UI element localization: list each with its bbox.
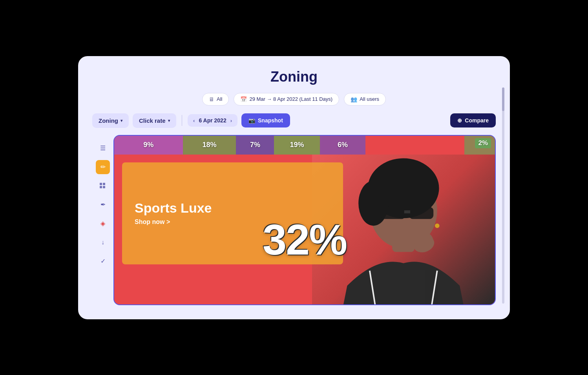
grid-tool-button[interactable] xyxy=(96,179,110,193)
date-current-label: 6 Apr 2022 xyxy=(199,117,226,124)
date-next-button[interactable]: › xyxy=(230,118,232,124)
metric-dropdown-label: Click rate xyxy=(139,117,166,124)
svg-rect-3 xyxy=(103,186,105,188)
chevron-down-icon: ▾ xyxy=(121,118,122,123)
svg-rect-11 xyxy=(404,210,410,213)
plus-circle-icon: ⊕ xyxy=(457,117,462,124)
nav-zones: 9% 18% 7% 19% 6% xyxy=(114,136,495,155)
scrollbar[interactable] xyxy=(502,87,504,304)
check-tool-button[interactable]: ✓ xyxy=(96,254,110,268)
chevron-down-icon-2: ▾ xyxy=(168,118,170,123)
compare-button[interactable]: ⊕ Compare xyxy=(450,113,496,127)
users-icon: 👥 xyxy=(351,96,357,102)
zone-1-pct: 9% xyxy=(143,141,153,149)
website-preview: 9% 18% 7% 19% 6% xyxy=(114,136,495,304)
grid-icon xyxy=(99,182,106,189)
monitor-icon: 🖥 xyxy=(209,96,214,102)
list-tool-button[interactable]: ☰ xyxy=(96,141,110,155)
pen-tool-button[interactable]: ✒ xyxy=(96,198,110,212)
main-card: Zoning 🖥 All 📅 29 Mar → 8 Apr 2022 (Last… xyxy=(78,56,510,319)
toolbar-separator xyxy=(182,115,183,126)
zone-nav-4: 19% xyxy=(274,136,320,155)
zone-nav-2: 18% xyxy=(183,136,236,155)
svg-rect-9 xyxy=(381,207,405,219)
side-tools-panel: ☰ ✏ ✒ ◈ ↓ ✓ xyxy=(92,135,113,305)
svg-rect-10 xyxy=(409,207,434,219)
date-navigator: ‹ 6 Apr 2022 › xyxy=(188,114,237,127)
filter-bar: 🖥 All 📅 29 Mar → 8 Apr 2022 (Last 11 Day… xyxy=(92,93,496,106)
top-right-zone: 2% xyxy=(475,138,491,148)
svg-point-8 xyxy=(359,180,389,226)
page-title: Zoning xyxy=(92,69,496,85)
eraser-tool-button[interactable]: ◈ xyxy=(96,217,110,231)
snapshot-button[interactable]: 📷 Snapshot xyxy=(241,113,290,127)
promo-link: Shop now > xyxy=(135,218,331,226)
zone-2-pct: 18% xyxy=(202,141,216,149)
download-tool-button[interactable]: ↓ xyxy=(96,235,110,249)
date-range-label: 29 Mar → 8 Apr 2022 (Last 11 Days) xyxy=(249,96,332,102)
snapshot-label: Snapshot xyxy=(258,117,283,124)
scrollbar-thumb[interactable] xyxy=(502,87,504,111)
zone-nav-1: 9% xyxy=(114,136,183,155)
users-filter[interactable]: 👥 All users xyxy=(344,93,386,106)
svg-rect-1 xyxy=(103,183,105,185)
content-area: ☰ ✏ ✒ ◈ ↓ ✓ 9% xyxy=(92,135,496,305)
hero-section: Sports Luxe Shop now > 32% xyxy=(114,155,495,304)
view-dropdown-label: Zoning xyxy=(99,117,118,124)
date-prev-button[interactable]: ‹ xyxy=(193,118,195,124)
compare-label: Compare xyxy=(465,117,489,124)
metric-dropdown[interactable]: Click rate ▾ xyxy=(133,113,176,128)
camera-icon: 📷 xyxy=(248,117,255,124)
date-filter[interactable]: 📅 29 Mar → 8 Apr 2022 (Last 11 Days) xyxy=(234,93,339,106)
zone-nav-5: 6% xyxy=(320,136,365,155)
device-label: All xyxy=(217,96,222,102)
toolbar: Zoning ▾ Click rate ▾ ‹ 6 Apr 2022 › 📷 S… xyxy=(92,113,496,128)
svg-rect-0 xyxy=(100,183,102,185)
promo-box: Sports Luxe Shop now > xyxy=(122,162,343,264)
device-filter[interactable]: 🖥 All xyxy=(202,93,229,106)
zone-5-pct: 6% xyxy=(338,141,348,149)
svg-rect-2 xyxy=(100,186,102,188)
calendar-icon: 📅 xyxy=(240,96,247,102)
heatmap-card: 9% 18% 7% 19% 6% xyxy=(113,135,496,305)
zone-nav-3: 7% xyxy=(236,136,274,155)
svg-point-12 xyxy=(435,223,439,228)
pencil-tool-button[interactable]: ✏ xyxy=(96,160,110,174)
zone-3-pct: 7% xyxy=(250,141,260,149)
zone-nav-6 xyxy=(365,136,464,155)
users-label: All users xyxy=(360,96,379,102)
zone-4-pct: 19% xyxy=(290,141,304,149)
view-dropdown[interactable]: Zoning ▾ xyxy=(92,113,129,128)
promo-title: Sports Luxe xyxy=(135,201,331,215)
